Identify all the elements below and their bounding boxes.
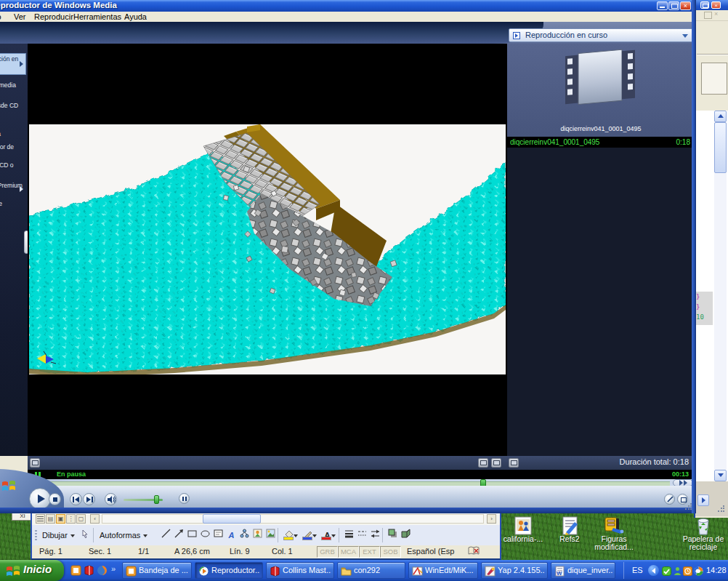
menu-herramientas[interactable]: Herramientas bbox=[68, 12, 126, 22]
playlist-item[interactable]: diqcierreinv041_0001_0495 0:18 bbox=[507, 137, 695, 148]
video-size-button-3[interactable] bbox=[509, 458, 519, 468]
reading-view-button[interactable]: ▢ bbox=[76, 514, 86, 524]
mdi-restore-icon[interactable] bbox=[704, 12, 712, 19]
taskbar-clock[interactable]: 14:28 bbox=[706, 566, 727, 574]
shadow-style-icon[interactable] bbox=[387, 529, 399, 542]
scroll-left-icon[interactable]: ‹ bbox=[90, 514, 100, 524]
previous-button[interactable] bbox=[70, 493, 82, 505]
menu-ver[interactable]: Ver bbox=[9, 12, 31, 22]
resize-grip[interactable] bbox=[684, 503, 692, 510]
select-objects-icon[interactable] bbox=[78, 529, 91, 542]
sidebar-item-copy-to-cd[interactable]: Copiar en CD o dispositivo bbox=[0, 161, 25, 177]
maximize-button[interactable] bbox=[668, 1, 679, 10]
sidebar-item-media-guide[interactable]: Guía multimedia bbox=[0, 81, 25, 89]
view-selector-dropdown[interactable]: Reproducción en curso bbox=[509, 28, 695, 42]
arrow-style-icon[interactable] bbox=[369, 529, 381, 542]
quicklaunch-overflow-chevron[interactable]: » bbox=[111, 564, 116, 573]
task-collins[interactable]: Collins Mast... bbox=[266, 562, 334, 579]
web-view-button[interactable]: ▤ bbox=[46, 514, 55, 524]
toolbar-overflow-icon[interactable] bbox=[417, 529, 424, 542]
video-area bbox=[28, 44, 507, 456]
sidebar-item-copy-from-cd[interactable]: Copiar desde CD bbox=[0, 102, 25, 110]
language-indicator[interactable]: ES bbox=[632, 566, 643, 574]
task-con292[interactable]: con292 bbox=[337, 562, 405, 579]
scroll-right-icon[interactable]: › bbox=[487, 514, 496, 524]
menu-archivo[interactable]: Archivo bbox=[0, 12, 7, 22]
spellcheck-icon[interactable] bbox=[468, 546, 480, 558]
scrollbar-thumb[interactable] bbox=[714, 122, 727, 173]
wordart-icon[interactable]: A bbox=[225, 529, 238, 542]
stop-button[interactable] bbox=[49, 493, 61, 505]
scroll-down-button[interactable] bbox=[714, 470, 727, 481]
menu-ayuda[interactable]: Ayuda bbox=[119, 12, 152, 22]
desktop-icon-california[interactable]: california-... bbox=[500, 516, 546, 543]
diagram-icon[interactable] bbox=[238, 529, 251, 542]
textbox-icon[interactable] bbox=[212, 529, 225, 542]
picture-icon[interactable] bbox=[264, 529, 277, 542]
autoformas-menu-button[interactable]: Autoformas bbox=[97, 528, 150, 542]
line-icon[interactable] bbox=[160, 529, 172, 542]
scroll-right-button[interactable] bbox=[697, 494, 709, 506]
clipart-icon[interactable] bbox=[251, 529, 264, 542]
video-size-button-1[interactable] bbox=[478, 458, 488, 468]
font-color-button[interactable]: A bbox=[320, 529, 335, 542]
sidebar-item-radio-tuner[interactable]: Sintonizador de radio bbox=[0, 143, 25, 159]
task-dique-doc[interactable]: W dique_inver... bbox=[551, 562, 615, 579]
mode-sob[interactable]: SOB bbox=[380, 546, 401, 558]
close-icon[interactable]: × bbox=[680, 1, 691, 10]
mode-ext[interactable]: EXT bbox=[359, 546, 380, 558]
oval-icon[interactable] bbox=[199, 529, 211, 542]
close-icon[interactable]: × bbox=[711, 1, 721, 9]
next-button[interactable] bbox=[83, 493, 95, 505]
tray-update-icon[interactable] bbox=[694, 566, 703, 579]
normal-view-button[interactable] bbox=[36, 514, 45, 524]
video-size-button-2[interactable] bbox=[491, 458, 501, 468]
volume-thumb[interactable] bbox=[154, 495, 159, 504]
dash-style-icon[interactable] bbox=[356, 529, 368, 542]
desktop-icon-recycle-bin[interactable]: Papelera de reciclaje bbox=[680, 516, 727, 551]
sidebar-item-skin-chooser[interactable]: Selector de máscara bbox=[0, 200, 25, 216]
quicklaunch-dictionary-icon[interactable] bbox=[84, 565, 94, 576]
task-reproductor[interactable]: Reproductor... bbox=[195, 562, 263, 579]
mode-mca[interactable]: MCA bbox=[338, 546, 359, 558]
tray-clock-app-icon[interactable] bbox=[683, 566, 692, 579]
tray-messenger-icon[interactable] bbox=[662, 566, 671, 579]
dibujar-menu-button[interactable]: Dibujar bbox=[39, 528, 78, 542]
print-layout-button[interactable]: ▣ bbox=[56, 514, 65, 524]
tray-msn-person-icon[interactable] bbox=[673, 566, 682, 579]
arrow-icon[interactable] bbox=[173, 529, 185, 542]
wmp-titlebar[interactable]: Reproductor de Windows Media × bbox=[0, 0, 696, 12]
sidebar-item-media-library[interactable]: Biblioteca multimedia bbox=[0, 122, 25, 138]
threed-style-icon[interactable] bbox=[400, 529, 412, 542]
quicklaunch-tray-icon[interactable] bbox=[70, 565, 81, 576]
task-winedt[interactable]: WinEdt/MiK... bbox=[408, 562, 478, 579]
line-color-button[interactable] bbox=[301, 529, 316, 542]
rectangle-icon[interactable] bbox=[186, 529, 198, 542]
toolbar-grip[interactable] bbox=[35, 530, 37, 540]
mute-button[interactable] bbox=[105, 493, 117, 505]
quicklaunch-firefox-icon[interactable] bbox=[97, 565, 108, 576]
play-button[interactable] bbox=[29, 488, 51, 510]
tray-chevron-icon[interactable] bbox=[648, 565, 659, 576]
outline-view-button[interactable]: ⋮ bbox=[66, 514, 76, 524]
mdi-close-icon[interactable]: × bbox=[714, 10, 718, 17]
desktop-icon-refs2[interactable]: Refs2 bbox=[546, 516, 593, 543]
task-bandeja[interactable]: Bandeja de ... bbox=[122, 562, 192, 579]
task-yap[interactable]: Yap 2.4.155... bbox=[481, 562, 548, 579]
start-button[interactable]: Inicio bbox=[0, 560, 64, 581]
scroll-up-button[interactable] bbox=[714, 111, 727, 122]
now-playing-options-button[interactable] bbox=[30, 458, 40, 468]
scrollbar-track[interactable] bbox=[714, 122, 727, 470]
hscrollbar-track[interactable] bbox=[102, 514, 484, 524]
desktop-icon-figuras[interactable]: Figuras modificad... bbox=[591, 516, 637, 551]
submenu-arrow-icon bbox=[20, 186, 23, 192]
fill-color-button[interactable] bbox=[282, 529, 297, 542]
hscrollbar-thumb[interactable] bbox=[203, 514, 261, 524]
line-style-icon[interactable] bbox=[343, 529, 355, 542]
maximize-button[interactable] bbox=[700, 1, 709, 9]
resize-grip[interactable] bbox=[717, 505, 724, 513]
mode-grb[interactable]: GRB bbox=[317, 546, 338, 558]
minimize-button[interactable] bbox=[657, 1, 668, 10]
pause-button[interactable] bbox=[179, 493, 190, 504]
color-chooser-button[interactable] bbox=[664, 494, 675, 505]
